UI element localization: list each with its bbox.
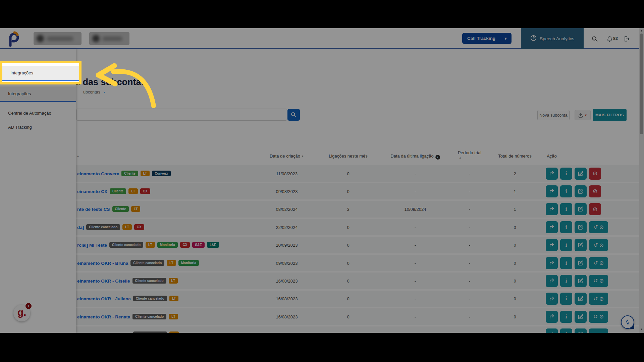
highlighted-sidebar-item-integracoes[interactable]: Integrações bbox=[2, 66, 79, 81]
screenshot: Call Tracking ▼ Speech Analytics bbox=[0, 0, 644, 362]
dim-overlay bbox=[0, 28, 644, 333]
highlight-box: Integrações bbox=[0, 61, 82, 84]
